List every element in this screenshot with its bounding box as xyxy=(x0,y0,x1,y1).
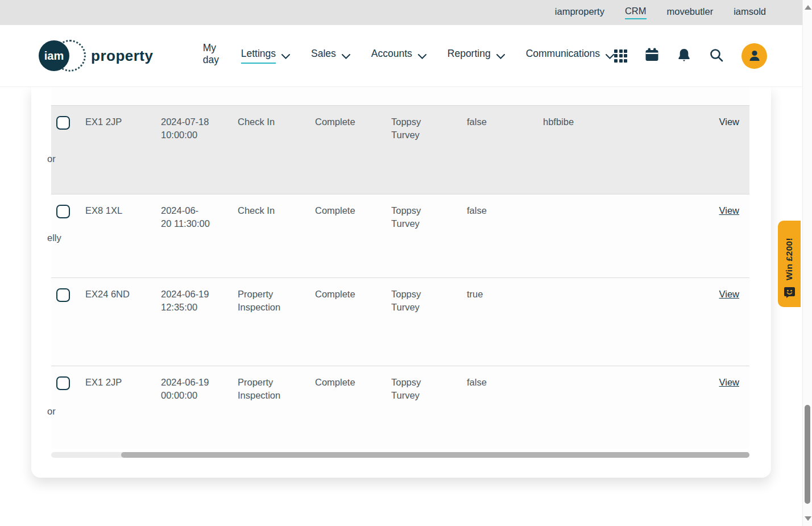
cell-datetime: 2024-06- 20 11:30:00 xyxy=(161,204,238,230)
cell-person: Toppsy Turvey xyxy=(391,288,467,314)
table-row[interactable]: elly EX8 1XL 2024-06- 20 11:30:00 Check … xyxy=(51,194,749,278)
iamproperty-logo[interactable]: iam property xyxy=(39,34,168,77)
utilbar-link-movebutler[interactable]: movebutler xyxy=(667,6,714,19)
header-icon-group xyxy=(614,43,767,69)
logo-circle: iam xyxy=(39,40,69,71)
nav-my-day-label: My day xyxy=(203,42,220,70)
nav-reporting-label: Reporting xyxy=(448,48,491,64)
page-content: or EX1 2JP 2024-07-18 10:00:00 Check In … xyxy=(0,86,802,478)
nav-accounts[interactable]: Accounts xyxy=(371,48,426,64)
search-icon[interactable] xyxy=(709,48,724,64)
cell-appointment-type: Check In xyxy=(238,204,315,217)
nav-my-day[interactable]: My day xyxy=(203,42,220,70)
view-link[interactable]: View xyxy=(719,289,739,299)
cell-flag: false xyxy=(467,376,543,389)
results-card: or EX1 2JP 2024-07-18 10:00:00 Check In … xyxy=(31,86,771,478)
logo-wordmark: property xyxy=(91,47,153,65)
utility-bar: iamproperty CRM movebutler iamsold xyxy=(0,0,802,25)
view-link[interactable]: View xyxy=(719,205,739,216)
view-link[interactable]: View xyxy=(719,377,739,387)
apps-grid-icon[interactable] xyxy=(614,49,627,63)
nav-reporting[interactable]: Reporting xyxy=(448,48,505,64)
chat-smile-icon xyxy=(784,287,795,298)
cell-postcode: EX8 1XL xyxy=(85,204,161,217)
person-icon xyxy=(747,48,762,63)
cell-code: hbfbibe xyxy=(543,115,705,129)
scroll-down-arrow-icon[interactable] xyxy=(805,516,811,521)
view-link[interactable]: View xyxy=(719,117,739,127)
utilbar-link-crm[interactable]: CRM xyxy=(625,6,647,19)
chevron-down-icon xyxy=(281,53,290,59)
cell-datetime: 2024-06-19 12:35:00 xyxy=(161,288,238,314)
table-scroll-area[interactable]: or EX1 2JP 2024-07-18 10:00:00 Check In … xyxy=(51,86,749,458)
table-row[interactable]: EX24 6ND 2024-06-19 12:35:00 Property In… xyxy=(51,278,749,366)
cell-appointment-type: Check In xyxy=(238,115,315,129)
row-checkbox[interactable] xyxy=(56,288,70,302)
cell-status: Complete xyxy=(315,115,391,129)
cell-person: Toppsy Turvey xyxy=(391,376,467,402)
cell-status: Complete xyxy=(315,204,391,217)
promo-label: Win £200! xyxy=(784,238,794,280)
nav-accounts-label: Accounts xyxy=(371,48,412,64)
clipped-table-row xyxy=(51,86,749,106)
nav-lettings[interactable]: Lettings xyxy=(241,48,290,64)
nav-sales-label: Sales xyxy=(311,48,336,64)
clipped-cell-fragment: or xyxy=(47,154,56,164)
cell-postcode: EX24 6ND xyxy=(85,288,161,301)
chevron-down-icon xyxy=(418,53,426,59)
cell-flag: true xyxy=(467,288,543,301)
nav-lettings-label: Lettings xyxy=(241,48,276,64)
app-page: iamproperty CRM movebutler iamsold iam p… xyxy=(0,0,802,526)
cell-datetime: 2024-07-18 10:00:00 xyxy=(161,115,238,142)
clipped-cell-fragment: elly xyxy=(47,233,61,243)
nav-communications-label: Communications xyxy=(526,48,600,64)
cell-appointment-type: Property Inspection xyxy=(238,376,315,402)
cell-datetime: 2024-06-19 00:00:00 xyxy=(161,376,238,402)
cell-flag: false xyxy=(467,204,543,217)
horizontal-scrollbar[interactable] xyxy=(51,452,749,458)
scroll-up-arrow-icon[interactable] xyxy=(805,5,811,10)
vertical-scrollbar[interactable] xyxy=(802,0,812,526)
row-checkbox[interactable] xyxy=(56,376,70,390)
app-header: iam property My day Lettings Sales Accou… xyxy=(0,25,802,86)
win-200-promo-badge[interactable]: Win £200! xyxy=(778,221,801,307)
table-row[interactable]: or EX1 2JP 2024-06-19 00:00:00 Property … xyxy=(51,366,749,449)
utilbar-link-iamsold[interactable]: iamsold xyxy=(734,6,766,19)
cell-person: Toppsy Turvey xyxy=(391,115,467,142)
row-checkbox[interactable] xyxy=(56,205,70,218)
cell-status: Complete xyxy=(315,376,391,389)
cell-person: Toppsy Turvey xyxy=(391,204,467,230)
cell-postcode: EX1 2JP xyxy=(85,376,161,389)
clipped-cell-fragment: or xyxy=(47,406,56,417)
utilbar-link-iamproperty[interactable]: iamproperty xyxy=(555,6,604,19)
cell-appointment-type: Property Inspection xyxy=(238,288,315,314)
table-row[interactable]: or EX1 2JP 2024-07-18 10:00:00 Check In … xyxy=(51,106,749,194)
horizontal-scrollbar-thumb[interactable] xyxy=(121,452,749,458)
vertical-scrollbar-thumb[interactable] xyxy=(805,405,810,504)
cell-flag: false xyxy=(467,115,543,129)
chevron-down-icon xyxy=(342,53,350,59)
user-avatar[interactable] xyxy=(741,43,767,69)
row-checkbox[interactable] xyxy=(56,116,70,130)
nav-sales[interactable]: Sales xyxy=(311,48,350,64)
notifications-bell-icon[interactable] xyxy=(677,48,691,64)
chevron-down-icon xyxy=(606,53,614,59)
cell-postcode: EX1 2JP xyxy=(85,115,161,129)
chevron-down-icon xyxy=(496,53,505,59)
cell-status: Complete xyxy=(315,288,391,301)
nav-communications[interactable]: Communications xyxy=(526,48,614,64)
main-nav: My day Lettings Sales Accounts Reporting… xyxy=(203,42,614,70)
calendar-icon[interactable] xyxy=(645,48,659,64)
